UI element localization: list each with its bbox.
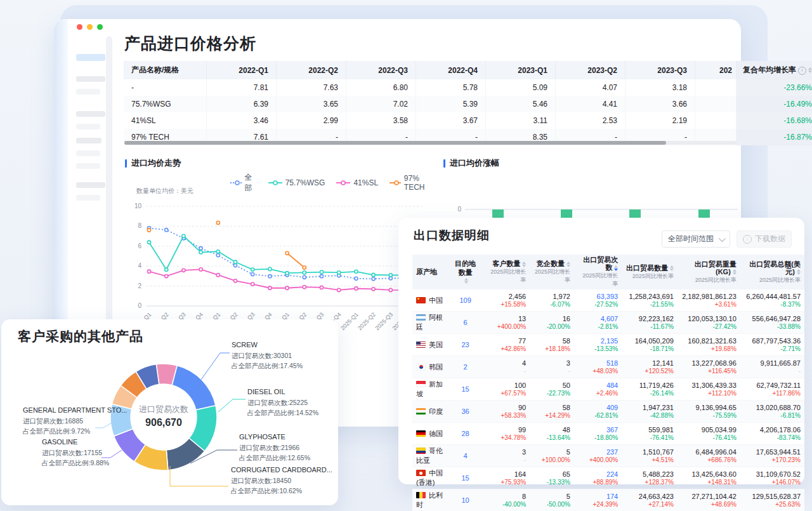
close-button[interactable]: [77, 24, 82, 30]
destinations-link[interactable]: 15: [461, 474, 469, 482]
metric-value: 2,182,981,861.23: [681, 293, 737, 300]
sort-icon[interactable]: [464, 278, 468, 284]
destinations-link[interactable]: 109: [459, 296, 471, 304]
growth-value: +4.51%: [625, 456, 674, 463]
destinations-link[interactable]: 4: [464, 452, 468, 460]
time-range-value: 全部时间范围: [668, 234, 714, 244]
country-flag-icon: [416, 430, 426, 437]
trades-link[interactable]: 174: [578, 493, 618, 500]
svg-text:0: 0: [457, 206, 461, 213]
zoom-button[interactable]: [97, 24, 103, 30]
minimize-button[interactable]: [87, 24, 93, 30]
trades-link[interactable]: 237: [578, 448, 618, 456]
data-point: [372, 277, 375, 281]
growth-value: +15.58%: [487, 301, 526, 308]
destinations-link[interactable]: 15: [461, 385, 469, 393]
destinations-link[interactable]: 2: [464, 363, 468, 371]
sort-icon[interactable]: [566, 262, 570, 267]
trades-link[interactable]: 409: [578, 404, 618, 411]
sort-icon[interactable]: [670, 265, 674, 271]
data-point: [303, 275, 306, 279]
metric-value: 6,484,996.04: [681, 448, 737, 456]
download-icon: ↓: [743, 235, 752, 244]
sort-icon[interactable]: [614, 265, 618, 271]
export-column-header[interactable]: 出口贸易数量2025同比增长率: [622, 255, 678, 289]
sort-icon[interactable]: [808, 67, 812, 73]
download-data-button[interactable]: ↓ 下载数据: [737, 230, 792, 248]
data-point: [303, 266, 306, 269]
metric-value: 62,749,732.11: [744, 382, 801, 389]
clipped-cell: [695, 96, 737, 112]
destinations-link[interactable]: 6: [464, 319, 468, 326]
trades-link[interactable]: 2,135: [578, 337, 618, 345]
sidebar-skeleton-item: [76, 163, 100, 169]
sort-icon[interactable]: [797, 269, 801, 275]
legend-item[interactable]: 41%SL: [336, 178, 378, 187]
export-column-header[interactable]: 出口贸易次数2025同比增长率: [574, 255, 622, 289]
horizontal-scrollbar[interactable]: [124, 141, 737, 145]
data-point: [285, 272, 289, 275]
origin-name: 韩国: [429, 363, 443, 371]
export-table-row: 中国(香港)15164+75.93%65-13.33%224+88.89%5,4…: [412, 467, 804, 489]
metric-value: 31,306,439.33: [681, 382, 737, 389]
metric-value: 687,797,543.36: [744, 337, 801, 345]
trades-link[interactable]: 484: [578, 382, 618, 389]
destinations-link[interactable]: 10: [461, 496, 469, 504]
growth-value: +146.07%: [744, 479, 801, 486]
legend-item[interactable]: 全部: [230, 172, 257, 194]
export-column-header[interactable]: 目的地数量: [448, 255, 483, 289]
export-column-header[interactable]: 出口贸易总额(美元)2025同比增长率: [740, 255, 804, 289]
sidebar-skeleton-item: [76, 111, 105, 117]
destinations-link[interactable]: 36: [461, 408, 469, 415]
export-column-header[interactable]: 竞企数量2025同比增长率: [530, 255, 574, 289]
trades-link[interactable]: 224: [578, 470, 618, 478]
country-flag-icon: [416, 364, 426, 370]
metric-value: 2,456: [487, 293, 526, 300]
growth-value: +116.45%: [681, 368, 737, 375]
growth-value: +686.76%: [681, 456, 737, 463]
growth-value: +148.31%: [681, 479, 737, 486]
growth-value: -18.71%: [625, 345, 674, 352]
trades-link[interactable]: 367: [578, 426, 618, 434]
growth-value: -6.07%: [534, 301, 570, 308]
data-point: [355, 287, 358, 290]
price-table-row: -7.817.636.805.785.094.073.18-23.66%: [124, 79, 812, 96]
destinations-link[interactable]: 28: [461, 430, 469, 437]
download-label: 下载数据: [755, 234, 785, 244]
scrollbar-thumb[interactable]: [124, 141, 666, 145]
growth-value: +400.00%: [578, 456, 618, 463]
sort-icon[interactable]: [522, 262, 526, 267]
data-point: [285, 251, 289, 255]
growth-value: -76.41%: [625, 434, 674, 441]
data-point: [355, 277, 358, 280]
metric-value: 5: [534, 493, 570, 500]
data-point: [320, 270, 323, 274]
sort-icon[interactable]: [733, 269, 737, 275]
donut-chart: SCREW进口贸易次数:30301占全部产品比例:17.45%DIESEL OI…: [1, 336, 338, 505]
growth-value: +67.57%: [487, 390, 526, 397]
origin-name: 印度: [429, 408, 443, 415]
label-connector: [170, 466, 228, 486]
donut-label: GLYPHOSATE: [239, 433, 285, 441]
export-column-header: 原产地: [412, 255, 448, 289]
donut-slice[interactable]: [172, 366, 216, 410]
legend-item[interactable]: 97% TECH: [390, 174, 435, 192]
growth-value: +58.33%: [487, 412, 526, 419]
destinations-link[interactable]: 23: [461, 341, 469, 348]
column-header-quarter: 2022-Q4: [416, 61, 486, 79]
trades-link[interactable]: 63,393: [578, 293, 618, 300]
data-point: [216, 250, 219, 253]
growth-value: +42.86%: [487, 345, 526, 352]
growth-value: +34.78%: [487, 434, 526, 441]
country-flag-icon: [416, 314, 426, 321]
growth-value: -75.59%: [681, 412, 737, 419]
time-range-select[interactable]: 全部时间范围: [662, 230, 730, 248]
trades-link[interactable]: 518: [578, 359, 618, 367]
metric-value: 1,947,231: [625, 404, 674, 411]
export-column-header[interactable]: 客户数量2025同比增长率: [483, 255, 530, 289]
trades-link[interactable]: 4,607: [578, 315, 618, 322]
column-header-cagr[interactable]: 复合年均增长率i: [737, 61, 812, 79]
export-column-header[interactable]: 出口贸易重量(KG)2025同比增长率: [678, 255, 740, 289]
growth-value: -42.88%: [625, 412, 674, 419]
legend-item[interactable]: 75.7%WSG: [268, 178, 325, 187]
